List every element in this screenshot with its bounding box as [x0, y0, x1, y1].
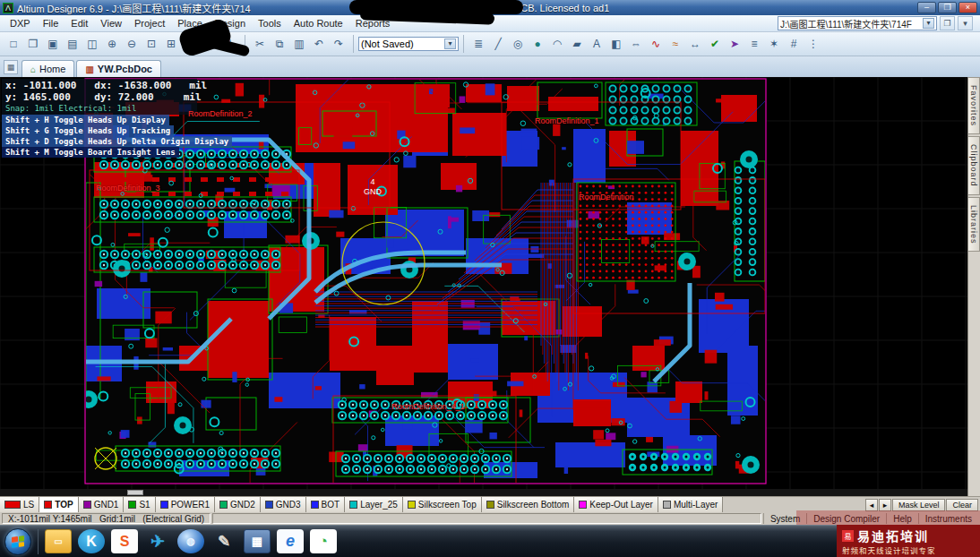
place-string-icon[interactable]: A: [588, 35, 606, 53]
layer-tab-label: LS: [23, 500, 34, 510]
menu-auto-route[interactable]: Auto Route: [288, 17, 349, 30]
panel-button-design-compiler[interactable]: Design Compiler: [806, 513, 886, 524]
place-polygon-icon[interactable]: ▰: [568, 35, 586, 53]
align-tools-icon[interactable]: ≣: [469, 35, 487, 53]
zoom-out-icon[interactable]: ⊖: [123, 35, 141, 53]
layer-tab-keep-out-layer[interactable]: Keep-Out Layer: [574, 497, 658, 512]
panel-button-help[interactable]: Help: [886, 513, 918, 524]
tab-home[interactable]: ⌂ Home: [21, 60, 74, 77]
workspace-menu-button[interactable]: ▾: [958, 16, 973, 30]
zoom-fit-icon[interactable]: ⊞: [162, 35, 180, 53]
layer-tab-label: POWER1: [171, 500, 210, 510]
layer-tab-layer-25[interactable]: Layer_25: [345, 497, 403, 512]
room-label[interactable]: RoomDefinition_4_1: [391, 402, 465, 411]
autoroute-icon[interactable]: ➤: [726, 35, 744, 53]
layer-tab-gnd3[interactable]: GND3: [261, 497, 306, 512]
layer-tab-silkscreen-top[interactable]: Silkscreen Top: [403, 497, 482, 512]
layer-tab-power1[interactable]: POWER1: [156, 497, 215, 512]
room-label[interactable]: RoomDefinition: [579, 193, 634, 201]
layer-tab-bot[interactable]: BOT: [306, 497, 346, 512]
layer-tab-label: GND2: [230, 500, 255, 510]
grid-settings-icon[interactable]: #: [785, 35, 803, 53]
menu-project[interactable]: Project: [128, 17, 171, 30]
menu-view[interactable]: View: [94, 17, 128, 30]
document-bar-menu-icon[interactable]: ▦: [4, 60, 18, 74]
layer-scroll-left-icon[interactable]: ◂: [865, 499, 878, 511]
hscrollbar-thumb[interactable]: [127, 490, 143, 495]
altium-logo-icon: Λ: [3, 3, 13, 13]
watermark: 易 易迪拓培训 射频和天线设计培训专家: [837, 525, 980, 557]
minimize-button[interactable]: –: [917, 2, 936, 13]
menu-tools[interactable]: Tools: [252, 17, 288, 30]
layer-tab-silkscreen-bottom[interactable]: Silkscreen Bottom: [482, 497, 575, 512]
explorer-folder-icon[interactable]: [45, 529, 72, 553]
tab-yw-pcbdoc[interactable]: ▥ YW.PcbDoc: [76, 60, 161, 77]
layer-tab-ls[interactable]: LS: [0, 497, 39, 512]
project-path-combobox[interactable]: J:\画图工程\111\新建文件夹\714F ▾: [778, 16, 937, 30]
browser-globe-icon[interactable]: [177, 529, 204, 553]
board-wizard-icon[interactable]: ✶: [765, 35, 783, 53]
pcb-editor[interactable]: 4GND x: -1011.000 dx: -1638.000 mil y: 1…: [0, 77, 967, 496]
layer-tab-multi-layer[interactable]: Multi-Layer: [658, 497, 723, 512]
browser-360-icon[interactable]: [310, 529, 337, 553]
calculator-icon[interactable]: [244, 529, 271, 553]
new-icon[interactable]: □: [4, 35, 22, 53]
place-component-icon[interactable]: ◧: [607, 35, 625, 53]
place-via-icon[interactable]: ●: [529, 35, 546, 53]
maximize-button[interactable]: ❒: [938, 2, 957, 13]
measure-distance-icon[interactable]: ↔: [686, 35, 704, 53]
print-preview-icon[interactable]: ◫: [83, 35, 101, 53]
close-button[interactable]: ×: [959, 2, 977, 13]
layer-scroll-right-icon[interactable]: ▸: [879, 499, 891, 511]
redo-icon[interactable]: ↷: [330, 35, 348, 53]
variant-combobox[interactable]: (Not Saved) ▾: [358, 37, 459, 51]
undo-icon[interactable]: ↶: [310, 35, 328, 53]
place-line-icon[interactable]: ╱: [489, 35, 507, 53]
zoom-in-icon[interactable]: ⊕: [103, 35, 121, 53]
zoom-window-icon[interactable]: ⊡: [142, 35, 160, 53]
panel-tab-libraries[interactable]: Libraries: [968, 197, 980, 253]
save-icon[interactable]: ▣: [44, 35, 62, 53]
differential-route-icon[interactable]: ≈: [666, 35, 684, 53]
room-label[interactable]: RoomDefinition_3: [96, 184, 160, 193]
room-label[interactable]: RoomDefinition_2: [188, 109, 253, 118]
panel-button-instruments[interactable]: Instruments: [918, 513, 978, 524]
interactive-route-icon[interactable]: ∿: [647, 35, 665, 53]
room-label[interactable]: RoomDefinition_1: [535, 116, 599, 125]
layer-tab-gnd1[interactable]: GND1: [79, 497, 125, 512]
cut-icon[interactable]: ✂: [251, 35, 269, 53]
layer-stack-icon[interactable]: ≡: [745, 35, 763, 53]
panel-buttons: SystemDesign CompilerHelpInstruments: [763, 513, 978, 524]
chevron-down-icon[interactable]: ▾: [923, 18, 934, 29]
snap-toggle-icon[interactable]: ⋮: [804, 35, 822, 53]
layer-tab-gnd2[interactable]: GND2: [215, 497, 261, 512]
open-workspace-button[interactable]: ❐: [940, 16, 955, 30]
layer-tab-top[interactable]: TOP: [39, 497, 78, 512]
start-button[interactable]: [4, 528, 31, 555]
pcb-canvas[interactable]: 4GND: [0, 77, 967, 496]
design-tool-icon[interactable]: [211, 529, 237, 553]
kugou-icon[interactable]: [78, 529, 105, 553]
menu-edit[interactable]: Edit: [64, 17, 94, 30]
place-pad-icon[interactable]: ◎: [509, 35, 527, 53]
open-icon[interactable]: ❐: [24, 35, 42, 53]
menu-dxp[interactable]: DXP: [4, 17, 37, 30]
mask-level-button[interactable]: Mask Level: [892, 499, 946, 511]
place-arc-icon[interactable]: ◠: [548, 35, 566, 53]
panel-button-system[interactable]: System: [763, 513, 806, 524]
copy-icon[interactable]: ⧉: [271, 35, 288, 53]
sogou-icon[interactable]: [111, 529, 138, 553]
menu-file[interactable]: File: [37, 17, 65, 30]
thunderbird-icon[interactable]: [144, 529, 171, 553]
layer-tab-s1[interactable]: S1: [124, 497, 155, 512]
place-dimension-icon[interactable]: ⇔: [627, 35, 645, 53]
editor-hscrollbar[interactable]: [0, 489, 967, 496]
panel-tab-clipboard[interactable]: Clipboard: [968, 136, 980, 195]
print-icon[interactable]: ▤: [64, 35, 82, 53]
panel-tab-favorites[interactable]: Favorites: [968, 77, 980, 134]
chevron-down-icon[interactable]: ▾: [444, 39, 456, 49]
drc-check-icon[interactable]: ✔: [706, 35, 724, 53]
internet-explorer-icon[interactable]: [277, 529, 304, 553]
paste-icon[interactable]: ▥: [290, 35, 308, 53]
clear-button[interactable]: Clear: [946, 499, 978, 511]
